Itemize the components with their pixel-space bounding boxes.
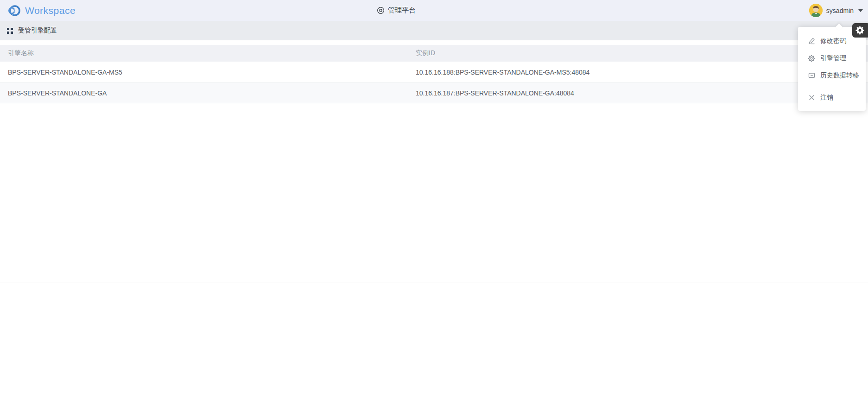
menu-item-label: 历史数据转移 (820, 71, 859, 80)
brand[interactable]: Workspace (7, 0, 76, 21)
app-header: Workspace 管理平台 sysadmin (0, 0, 868, 21)
platform-label: 管理平台 (377, 0, 416, 21)
settings-gear-button[interactable] (852, 23, 868, 38)
avatar (809, 4, 823, 17)
menu-item-logout[interactable]: 注销 (798, 89, 866, 106)
platform-title: 管理平台 (388, 6, 416, 15)
column-header-engine-name: 引擎名称 (0, 49, 416, 57)
content-divider (0, 283, 868, 283)
workspace-logo-icon (7, 4, 20, 17)
menu-item-history-data-transfer[interactable]: 历史数据转移 (798, 67, 866, 84)
username: sysadmin (826, 7, 854, 14)
menu-item-label: 引擎管理 (820, 54, 846, 63)
page-toolbar: 受管引擎配置 (0, 21, 868, 40)
grid-apps-icon[interactable] (7, 28, 13, 34)
menu-item-label: 注销 (820, 94, 833, 102)
table-row[interactable]: BPS-SERVER-STANDALONE-GA 10.16.16.187:BP… (0, 82, 868, 103)
eye-icon (377, 6, 385, 14)
logout-x-icon (808, 94, 815, 101)
brand-name: Workspace (25, 5, 76, 16)
engine-name-cell: BPS-SERVER-STANDALONE-GA (0, 89, 416, 97)
user-dropdown-menu: 修改密码 引擎管理 历史数据转移 注销 (798, 27, 866, 111)
chevron-down-icon (858, 9, 863, 12)
menu-item-label: 修改密码 (820, 37, 846, 45)
menu-divider (798, 86, 866, 86)
menu-item-engine-management[interactable]: 引擎管理 (798, 50, 866, 67)
engine-table: 引擎名称 实例ID BPS-SERVER-STANDALONE-GA-MS5 1… (0, 45, 868, 103)
table-row[interactable]: BPS-SERVER-STANDALONE-GA-MS5 10.16.16.18… (0, 62, 868, 82)
engine-name-cell: BPS-SERVER-STANDALONE-GA-MS5 (0, 69, 416, 76)
gear-icon (855, 26, 864, 35)
page-title: 受管引擎配置 (18, 26, 57, 35)
edit-pen-icon (808, 38, 815, 45)
user-menu-trigger[interactable]: sysadmin (809, 0, 863, 21)
engine-gear-icon (808, 55, 815, 62)
data-transfer-icon (808, 72, 815, 79)
table-header-row: 引擎名称 实例ID (0, 45, 868, 62)
